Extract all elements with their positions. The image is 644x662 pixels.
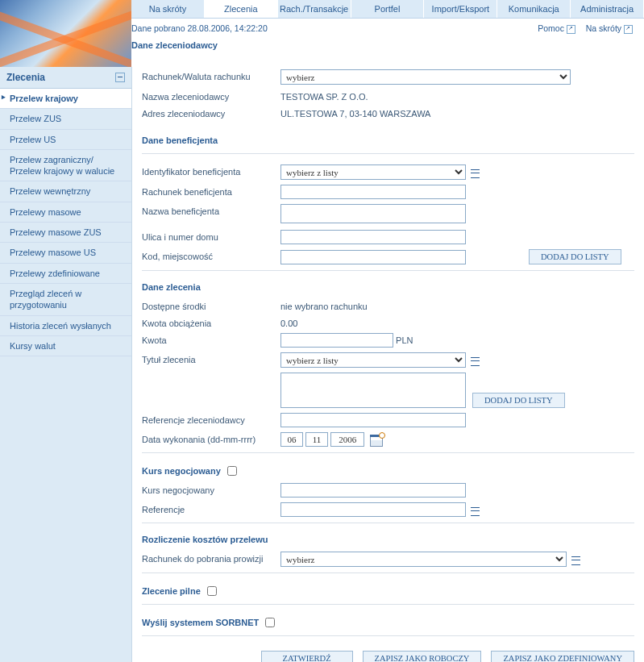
confirm-button[interactable]: ZATWIERDŹ <box>261 651 353 662</box>
debit-label: Kwota obciążenia <box>142 316 280 328</box>
exec-date-label: Data wykonania (dd-mm-rrrr) <box>142 432 280 444</box>
collapse-icon[interactable] <box>115 73 125 82</box>
section-payer-title: Dane zleceniodawcy <box>131 37 644 55</box>
sidebar-item-3[interactable]: Przelew zagraniczny/ Przelew krajowy w w… <box>0 150 131 182</box>
avail-value: nie wybrano rachunku <box>280 299 368 311</box>
section-rate-title: Kurs negocjowany <box>142 466 221 476</box>
tab-na-skr-ty[interactable]: Na skróty <box>131 0 205 18</box>
add-beneficiary-button[interactable]: DODAJ DO LISTY <box>529 249 621 264</box>
order-title-select[interactable]: wybierz z listy <box>280 352 466 368</box>
beneficiary-city-label: Kod, miejscowość <box>142 249 280 261</box>
order-title-textarea[interactable] <box>280 373 466 408</box>
section-order-title: Dane zlecenia <box>142 279 634 297</box>
list-icon[interactable] <box>471 506 480 515</box>
tab-rach-transakcje[interactable]: Rach./Transakcje <box>278 0 351 18</box>
shortcuts-link[interactable]: Na skróty <box>586 23 634 33</box>
payer-account-select[interactable]: wybierz <box>280 69 571 85</box>
currency-label: PLN <box>396 333 413 345</box>
payer-address-label: Adres zleceniodawcy <box>142 106 280 119</box>
sorbnet-checkbox[interactable] <box>265 618 275 627</box>
beneficiary-street-input[interactable] <box>280 230 466 244</box>
beneficiary-id-select[interactable]: wybierz z listy <box>280 164 466 180</box>
add-title-button[interactable]: DODAJ DO LISTY <box>472 393 565 408</box>
app-logo <box>0 0 131 67</box>
section-costs-title: Rozliczenie kosztów przelewu <box>142 531 634 549</box>
list-icon[interactable] <box>471 169 480 177</box>
section-sorbnet-title: Wyślij systemem SORBNET <box>142 618 259 627</box>
save-defined-button[interactable]: ZAPISZ JAKO ZDEFINIOWANY <box>491 651 634 662</box>
amount-label: Kwota <box>142 333 280 345</box>
fee-account-select[interactable]: wybierz <box>280 552 567 567</box>
sidebar-item-2[interactable]: Przelew US <box>0 130 131 150</box>
list-icon[interactable] <box>471 356 480 365</box>
date-year-input[interactable] <box>330 432 364 447</box>
sidebar-item-5[interactable]: Przelewy masowe <box>0 202 131 223</box>
urgent-checkbox[interactable] <box>207 586 217 596</box>
avail-label: Dostępne środki <box>142 299 280 311</box>
list-icon[interactable] <box>571 556 580 564</box>
date-day-input[interactable] <box>280 432 303 447</box>
beneficiary-street-label: Ulica i numer domu <box>142 230 280 242</box>
rate-ref-label: Referencje <box>142 502 280 514</box>
payer-ref-label: Referencje zleceniodawcy <box>142 413 280 425</box>
debit-value: 0.00 <box>280 316 297 328</box>
payer-name-label: Nazwa zleceniodawcy <box>142 90 280 102</box>
payer-address-value: UL.TESTOWA 7, 03-140 WARSZAWA <box>280 106 430 119</box>
amount-input[interactable] <box>280 333 393 348</box>
beneficiary-account-input[interactable] <box>280 185 466 199</box>
sidebar-item-4[interactable]: Przelew wewnętrzny <box>0 181 131 202</box>
sidebar-item-7[interactable]: Przelewy masowe US <box>0 243 131 263</box>
beneficiary-name-input[interactable] <box>280 204 466 223</box>
fee-account-label: Rachunek do pobrania prowizji <box>142 552 280 564</box>
beneficiary-city-input[interactable] <box>280 250 466 264</box>
sidebar-item-1[interactable]: Przelew ZUS <box>0 109 131 129</box>
beneficiary-id-label: Identyfikator beneficjenta <box>142 164 280 177</box>
sidebar-item-6[interactable]: Przelewy masowe ZUS <box>0 223 131 243</box>
calendar-icon[interactable] <box>370 435 383 447</box>
section-urgent-title: Zlecenie pilne <box>142 586 201 596</box>
tab-portfel[interactable]: Portfel <box>351 0 425 18</box>
rate-checkbox[interactable] <box>227 466 237 476</box>
sidebar-title[interactable]: Zlecenia <box>0 67 131 89</box>
sidebar-item-10[interactable]: Historia zleceń wysłanych <box>0 316 131 336</box>
payer-name-value: TESTOWA SP. Z O.O. <box>280 90 368 102</box>
sidebar-item-11[interactable]: Kursy walut <box>0 336 131 356</box>
rate-ref-input[interactable] <box>280 502 466 517</box>
payer-account-label: Rachunek/Waluta rachunku <box>142 69 280 81</box>
sidebar-item-9[interactable]: Przegląd zleceń w przygotowaniu <box>0 284 131 316</box>
tab-administracja[interactable]: Administracja <box>571 0 644 18</box>
help-link[interactable]: Pomoc <box>538 23 577 33</box>
rate-input[interactable] <box>280 483 466 498</box>
tab-komunikacja[interactable]: Komunikacja <box>497 0 571 18</box>
tab-import-eksport[interactable]: Import/Eksport <box>424 0 497 18</box>
payer-ref-input[interactable] <box>280 413 466 427</box>
fetch-timestamp: Dane pobrano 28.08.2006, 14:22:20 <box>131 23 268 33</box>
sidebar-item-0[interactable]: Przelew krajowy <box>0 89 131 109</box>
save-draft-button[interactable]: ZAPISZ JAKO ROBOCZY <box>363 651 482 662</box>
date-month-input[interactable] <box>305 432 328 447</box>
beneficiary-name-label: Nazwa beneficjenta <box>142 204 280 216</box>
beneficiary-account-label: Rachunek beneficjenta <box>142 185 280 197</box>
rate-label: Kurs negocjowany <box>142 483 280 495</box>
tab-zlecenia[interactable]: Zlecenia <box>205 0 278 18</box>
section-beneficiary-title: Dane beneficjenta <box>142 132 634 150</box>
sidebar-item-8[interactable]: Przelewy zdefiniowane <box>0 264 131 284</box>
order-title-label: Tytuł zlecenia <box>142 352 280 364</box>
